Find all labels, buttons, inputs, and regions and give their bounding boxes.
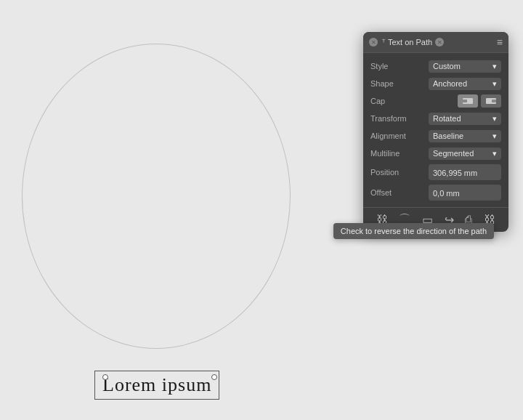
offset-label: Offset [370,188,414,197]
multiline-label: Multiline [370,149,414,158]
shape-label: Shape [370,79,414,88]
shape-row: Shape Anchored ▾ [363,75,508,92]
lorem-text-container: Lorem ipsum [94,371,219,400]
position-value: 306,995 mm [433,169,477,177]
transform-value: Rotated [433,114,461,123]
style-label: Style [370,62,414,70]
text-on-path-icon: ᵀ [382,38,385,47]
svg-rect-1 [463,100,467,102]
offset-value: 0,0 mm [433,189,460,198]
cap-left-icon [462,97,474,105]
position-field[interactable]: 306,995 mm [429,164,501,180]
panel-close-left-button[interactable]: ✕ [369,38,378,47]
offset-row: Offset 0,0 mm [363,182,508,203]
cap-icons [458,94,501,108]
style-dropdown[interactable]: Custom ▾ [429,60,501,73]
alignment-row: Alignment Baseline ▾ [363,127,508,145]
text-on-path-panel: ✕ ᵀ Text on Path ✕ ≡ Style Custom ▾ Shap… [363,32,508,232]
alignment-dropdown-arrow: ▾ [492,132,497,141]
panel-header-left: ✕ ᵀ Text on Path ✕ [369,38,444,47]
transform-dropdown[interactable]: Rotated ▾ [429,113,501,125]
multiline-value: Segmented [433,149,474,158]
multiline-dropdown-arrow: ▾ [492,149,497,158]
style-value: Custom [433,62,461,70]
svg-rect-3 [492,100,496,102]
lorem-ipsum-text: Lorem ipsum [102,374,211,395]
shape-dropdown[interactable]: Anchored ▾ [429,78,501,90]
shape-value: Anchored [433,79,467,88]
transform-label: Transform [370,114,414,123]
cap-icon-right-button[interactable] [481,94,501,108]
panel-close-right-button[interactable]: ✕ [435,38,444,47]
alignment-value: Baseline [433,132,463,140]
style-dropdown-arrow: ▾ [492,62,497,71]
panel-title: Text on Path [388,38,432,47]
cap-label: Cap [370,97,414,105]
cap-icon-left-button[interactable] [458,94,478,108]
multiline-dropdown[interactable]: Segmented ▾ [429,148,501,160]
panel-menu-icon[interactable]: ≡ [497,36,503,48]
cap-right-icon [485,97,497,105]
transform-dropdown-arrow: ▾ [492,114,497,124]
tooltip: Check to reverse the direction of the pa… [333,223,494,239]
style-row: Style Custom ▾ [363,57,508,75]
panel-header: ✕ ᵀ Text on Path ✕ ≡ [363,32,508,53]
canvas: Lorem ipsum ✕ ᵀ Text on Path ✕ ≡ Style C… [0,0,523,420]
offset-field[interactable]: 0,0 mm [429,185,501,201]
position-row: Position 306,995 mm [363,162,508,182]
cap-row: Cap [363,92,508,110]
alignment-dropdown[interactable]: Baseline ▾ [429,130,501,142]
transform-row: Transform Rotated ▾ [363,110,508,127]
shape-dropdown-arrow: ▾ [492,79,497,89]
circle-path [22,44,291,349]
position-label: Position [370,168,414,177]
alignment-label: Alignment [370,132,414,140]
multiline-row: Multiline Segmented ▾ [363,145,508,162]
lorem-selection-box[interactable]: Lorem ipsum [94,371,219,400]
panel-body: Style Custom ▾ Shape Anchored ▾ Cap [363,53,508,207]
